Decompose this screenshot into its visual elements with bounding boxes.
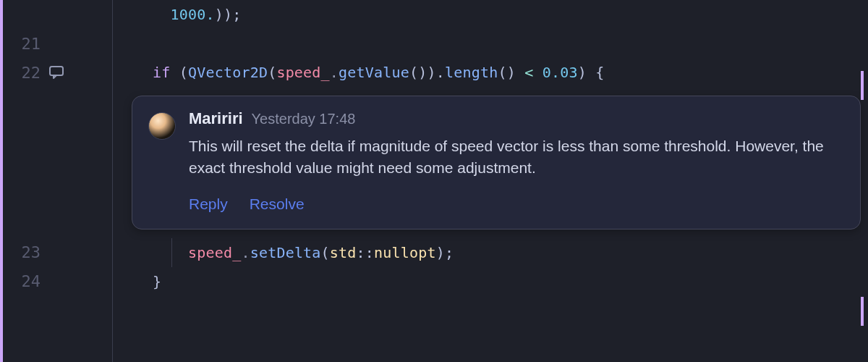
code-line[interactable]: 23 speed_.setDelta(std::nullopt); — [3, 238, 868, 267]
line-number: 23 — [16, 243, 41, 261]
change-marker — [861, 297, 864, 326]
code-line[interactable]: 1000.)); — [3, 0, 868, 29]
review-comment: Maririri Yesterday 17:48 This will reset… — [132, 96, 861, 230]
change-marker — [861, 71, 864, 100]
code-content: 1000.)); — [115, 6, 241, 23]
comment-text: This will reset the delta if magnitude o… — [189, 135, 833, 180]
comment-icon[interactable] — [48, 64, 65, 81]
code-content: if (QVector2D(speed_.getValue()).length(… — [115, 64, 604, 81]
code-review-panel: 1000.)); 21 22 if (QVector2D(speed_.getV… — [0, 0, 868, 362]
comment-author[interactable]: Maririri — [189, 109, 243, 128]
line-gutter: 23 — [3, 243, 115, 261]
line-gutter: 21 — [3, 35, 115, 53]
code-content: } — [115, 273, 161, 290]
line-gutter: 22 — [3, 64, 115, 82]
line-number: 21 — [16, 35, 41, 53]
line-number: 22 — [16, 64, 41, 82]
code-line[interactable]: 21 — [3, 29, 868, 58]
code-line[interactable]: 22 if (QVector2D(speed_.getValue()).leng… — [3, 58, 868, 87]
comment-actions: Reply Resolve — [189, 195, 840, 213]
line-gutter: 24 — [3, 272, 115, 290]
indent-guide — [171, 238, 172, 267]
editor: 1000.)); 21 22 if (QVector2D(speed_.getV… — [0, 0, 868, 296]
comment-header: Maririri Yesterday 17:48 — [189, 109, 840, 128]
code-line[interactable]: 24 } — [3, 267, 868, 296]
comment-body: Maririri Yesterday 17:48 This will reset… — [189, 109, 840, 213]
svg-rect-0 — [50, 67, 63, 75]
reply-button[interactable]: Reply — [189, 195, 228, 213]
resolve-button[interactable]: Resolve — [250, 195, 305, 213]
comment-time: Yesterday 17:48 — [252, 111, 356, 127]
code-content: speed_.setDelta(std::nullopt); — [115, 244, 454, 261]
line-number: 24 — [16, 272, 41, 290]
avatar[interactable] — [148, 112, 176, 140]
